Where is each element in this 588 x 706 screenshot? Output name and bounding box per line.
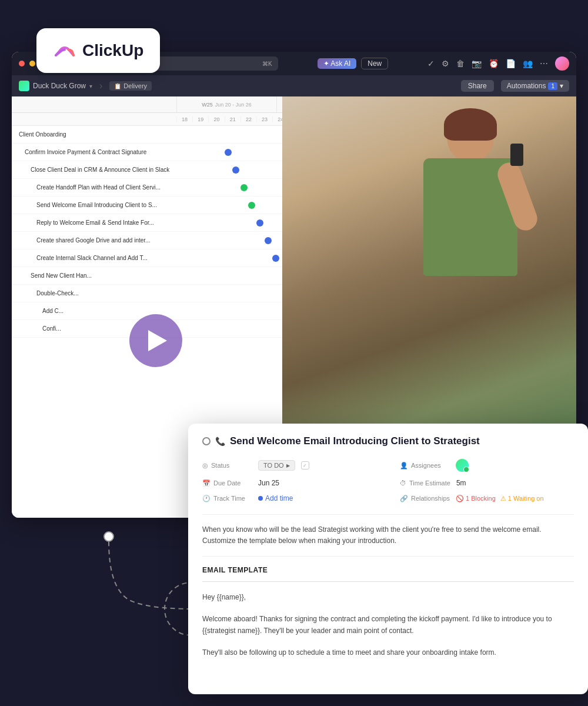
delivery-view[interactable]: 📋 Delivery [109, 81, 152, 91]
nav-right-icons: ✓ ⚙ 🗑 📷 ⏰ 📄 👥 ⋯ [427, 56, 569, 71]
automations-label: Automations [507, 82, 546, 90]
email-body-3: They'll also be following up to schedule… [202, 647, 574, 658]
template-divider [202, 581, 574, 582]
status-check[interactable]: ✓ [301, 461, 309, 469]
person-silhouette [412, 108, 529, 285]
people-icon[interactable]: 👥 [523, 59, 533, 68]
svg-point-2 [104, 532, 113, 541]
status-badge[interactable]: TO DO ▶ [258, 460, 295, 471]
assignees-label: 👤 Assignees [400, 462, 450, 469]
window-close-btn[interactable] [19, 61, 25, 66]
task-label-5: Send Welcome Email Introducing Client to… [12, 202, 176, 208]
add-time-label: Add time [265, 494, 293, 502]
grid-icon[interactable]: ⋯ [540, 59, 548, 68]
task-node-5 [248, 202, 255, 209]
email-body-2: Welcome aboard! Thanks for signing the c… [202, 613, 574, 637]
clock-icon2: 🕐 [202, 495, 211, 502]
delivery-icon: 📋 [114, 83, 121, 89]
logo-card: ClickUp [36, 28, 160, 73]
waiting-tag[interactable]: ⚠ 1 Waiting on [500, 495, 544, 502]
task-label-9: Send New Client Han... [12, 272, 176, 279]
workspace-item[interactable]: Duck Duck Grow ▾ [19, 81, 92, 91]
card-divider-2 [202, 556, 574, 557]
task-node-7 [265, 237, 272, 244]
day-20: 20 [208, 116, 224, 122]
status-value: TO DO [263, 462, 284, 469]
checkmark-icon[interactable]: ✓ [427, 59, 435, 68]
automations-chevron: ▾ [560, 82, 563, 90]
blocking-tag[interactable]: 🚫 1 Blocking [456, 495, 496, 502]
new-label: New [368, 59, 382, 68]
status-field: ◎ Status TO DO ▶ ✓ [202, 459, 376, 472]
clock-icon[interactable]: ⏰ [489, 59, 499, 68]
share-button[interactable]: Share [461, 80, 494, 92]
automations-button[interactable]: Automations 1 ▾ [501, 80, 569, 92]
task-label-4: Create Handoff Plan with Head of Client … [12, 184, 176, 191]
day-22: 22 [240, 116, 256, 122]
assignees-text: Assignees [411, 462, 441, 469]
task-node-3 [232, 166, 239, 174]
due-date-label: 📅 Due Date [202, 479, 252, 487]
due-date-value: Jun 25 [258, 479, 279, 487]
week-1-num: W25 [202, 102, 213, 108]
email-body-1: Hey {{name}}, [202, 591, 574, 603]
task-node-8 [272, 255, 279, 262]
status-icon: ◎ [202, 462, 208, 469]
settings-icon[interactable]: ⚙ [442, 59, 449, 68]
share-label: Share [468, 82, 487, 90]
time-estimate-value: 5m [456, 479, 466, 487]
doc-icon[interactable]: 📄 [506, 59, 516, 68]
relationships-field: 🔗 Relationships 🚫 1 Blocking ⚠ 1 Waiting… [400, 494, 574, 502]
task-detail-card: 📞 Send Welcome Email Introducing Client … [188, 424, 588, 694]
camera-icon[interactable]: 📷 [472, 59, 482, 68]
workspace-name: Duck Duck Grow [33, 82, 86, 90]
track-time-label: 🕐 Track Time [202, 495, 252, 502]
waiting-count: 1 Waiting on [508, 495, 544, 502]
day-21: 21 [225, 116, 240, 122]
workspace-chevron: ▾ [89, 83, 92, 89]
relationships-text: Relationships [411, 495, 450, 502]
logo-text: ClickUp [82, 41, 143, 60]
task-status-icon [202, 437, 211, 445]
day-19: 19 [192, 116, 208, 122]
task-label-7: Create shared Google Drive and add inter… [12, 237, 176, 244]
blocking-icon: 🚫 [456, 495, 464, 502]
hourglass-icon: ⏱ [400, 479, 406, 487]
play-icon [148, 330, 167, 351]
task-label-1: Client Onboarding [12, 131, 176, 138]
task-label-2: Confirm Invoice Payment & Contract Signa… [12, 149, 176, 155]
track-time-field: 🕐 Track Time Add time [202, 494, 376, 502]
day-18: 18 [176, 116, 192, 122]
task-fields: ◎ Status TO DO ▶ ✓ 👤 Assignees � [202, 459, 574, 502]
status-arrow: ▶ [286, 463, 290, 468]
due-date-text: Due Date [213, 479, 240, 487]
new-button[interactable]: New [361, 58, 388, 69]
task-node-4 [240, 184, 248, 191]
assignee-status-badge [463, 467, 469, 472]
link-icon: 🔗 [400, 495, 408, 502]
ask-ai-button[interactable]: ✦ Ask AI [318, 58, 357, 69]
task-node-2 [225, 149, 232, 156]
relationships-label: 🔗 Relationships [400, 495, 450, 502]
play-button[interactable] [129, 314, 182, 367]
second-nav: Duck Duck Grow ▾ › 📋 Delivery Share Auto… [12, 75, 576, 96]
calendar-icon: 📅 [202, 479, 211, 487]
track-time-text: Track Time [213, 495, 245, 502]
task-detail-header: 📞 Send Welcome Email Introducing Client … [202, 435, 574, 447]
task-label-8: Create Internal Slack Channel and Add T.… [12, 255, 176, 261]
task-label-3: Close Client Deal in CRM & Announce Clie… [12, 166, 176, 173]
trash-icon[interactable]: 🗑 [456, 59, 465, 68]
time-estimate-text: Time Estimate [409, 479, 450, 487]
person-icon: 👤 [400, 462, 408, 469]
user-avatar[interactable] [555, 56, 569, 71]
card-divider [202, 514, 574, 515]
time-estimate-label: ⏱ Time Estimate [400, 479, 450, 487]
nav-separator: › [99, 81, 102, 91]
add-time-dot [258, 496, 263, 501]
search-shortcut: ⌘K [262, 61, 272, 67]
add-time-button[interactable]: Add time [258, 494, 293, 502]
automations-count: 1 [548, 82, 557, 90]
assignee-avatar[interactable] [456, 459, 469, 472]
task-body-text: When you know who will be the lead Strat… [202, 524, 574, 547]
window-minimize-btn[interactable] [29, 61, 35, 66]
